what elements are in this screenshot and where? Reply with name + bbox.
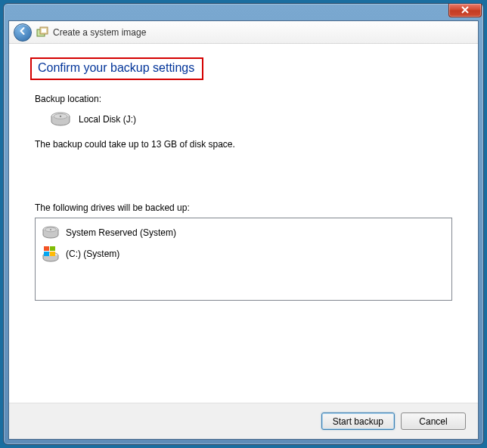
svg-rect-13	[50, 252, 55, 256]
svg-rect-10	[44, 246, 49, 251]
drives-listbox: System Reserved (System) (C:) (Sys	[35, 218, 452, 301]
backup-location-value: Local Disk (J:)	[79, 114, 136, 125]
dialog-window: Create a system image Confirm your backu…	[3, 3, 484, 445]
hard-disk-icon	[50, 112, 71, 127]
wizard-header: Create a system image	[9, 21, 478, 44]
dialog-inner: Create a system image Confirm your backu…	[8, 20, 479, 440]
heading-highlight: Confirm your backup settings	[30, 57, 203, 80]
svg-rect-12	[44, 252, 49, 256]
drive-label: System Reserved (System)	[66, 227, 176, 238]
backup-location-row: Local Disk (J:)	[50, 112, 452, 127]
backup-location-label: Backup location:	[35, 94, 452, 104]
system-image-icon	[36, 26, 48, 39]
wizard-title: Create a system image	[53, 27, 146, 38]
arrow-left-icon	[18, 26, 27, 38]
backup-size-note: The backup could take up to 13 GB of dis…	[35, 139, 452, 150]
page-heading: Confirm your backup settings	[33, 60, 199, 76]
drive-label: (C:) (System)	[66, 249, 119, 259]
close-button[interactable]	[448, 4, 482, 17]
titlebar	[4, 4, 483, 20]
cancel-button[interactable]: Cancel	[401, 412, 466, 430]
windows-drive-icon	[42, 246, 60, 262]
dialog-footer: Start backup Cancel	[9, 403, 478, 439]
close-icon	[461, 6, 469, 15]
back-button[interactable]	[14, 23, 32, 42]
svg-rect-2	[42, 29, 46, 32]
svg-point-5	[60, 116, 61, 117]
content-area: Confirm your backup settings Backup loca…	[9, 44, 478, 403]
list-item: (C:) (System)	[42, 243, 445, 265]
list-item: System Reserved (System)	[42, 223, 445, 243]
svg-point-8	[50, 229, 51, 230]
svg-rect-11	[50, 246, 55, 251]
hard-disk-icon	[42, 226, 60, 239]
start-backup-button[interactable]: Start backup	[321, 412, 395, 430]
drives-to-backup-label: The following drives will be backed up:	[35, 202, 452, 213]
